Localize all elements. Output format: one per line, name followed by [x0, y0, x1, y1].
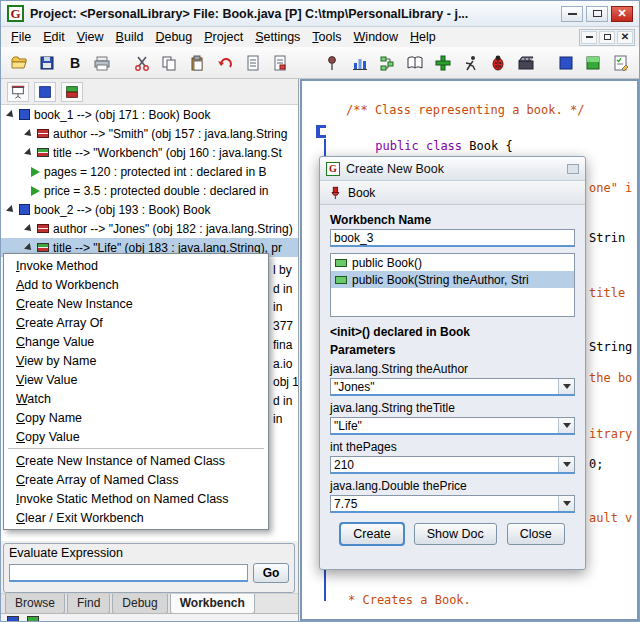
- menu-settings[interactable]: Settings: [249, 28, 306, 46]
- menu-item-invoke-method[interactable]: Invoke Method: [4, 256, 268, 275]
- menu-item-add-to-workbench[interactable]: Add to Workbench: [4, 275, 268, 294]
- expander-icon[interactable]: [6, 110, 16, 120]
- undo-icon[interactable]: [213, 51, 237, 75]
- bold-b-icon[interactable]: B: [62, 51, 86, 75]
- green-panel-icon[interactable]: [27, 616, 39, 621]
- param-thePrice-combobox[interactable]: 7.75: [330, 495, 575, 513]
- menu-edit[interactable]: Edit: [37, 28, 71, 46]
- tree-row-pages1[interactable]: pages = 120 : protected int : declared i…: [1, 162, 298, 181]
- pin-icon[interactable]: [320, 51, 344, 75]
- debug-bug-icon[interactable]: [486, 51, 510, 75]
- code-fragment: ault v: [589, 511, 632, 525]
- expander-icon[interactable]: [24, 129, 34, 139]
- dropdown-arrow-icon[interactable]: [558, 457, 574, 472]
- menu-build[interactable]: Build: [110, 28, 150, 46]
- code-fragment: the bo: [589, 371, 632, 385]
- bar-chart-icon[interactable]: [348, 51, 372, 75]
- menu-view[interactable]: View: [71, 28, 110, 46]
- constructor-item-selected[interactable]: public Book(String theAuthor, Stri: [331, 271, 574, 288]
- param-theTitle-combobox[interactable]: "Life": [330, 417, 575, 435]
- menu-help[interactable]: Help: [404, 28, 442, 46]
- menu-debug[interactable]: Debug: [149, 28, 198, 46]
- mdi-minimize-button[interactable]: [581, 31, 597, 44]
- open-folder-icon[interactable]: [7, 51, 31, 75]
- document-copy-icon[interactable]: [269, 51, 293, 75]
- save-icon[interactable]: [35, 51, 59, 75]
- tab-workbench[interactable]: Workbench: [170, 594, 255, 614]
- menubar: File Edit View Build Debug Project Setti…: [1, 27, 639, 47]
- constructor-item-default[interactable]: public Book(): [331, 254, 574, 271]
- close-dialog-button[interactable]: Close: [507, 523, 565, 545]
- open-book-icon[interactable]: [403, 51, 427, 75]
- minimize-icon: [568, 13, 577, 15]
- evaluate-expression-input[interactable]: [9, 564, 248, 582]
- uml-icon[interactable]: [376, 51, 400, 75]
- mdi-restore-button[interactable]: [599, 31, 615, 44]
- param-thePages-combobox[interactable]: 210: [330, 456, 575, 474]
- string-field-icon: [37, 129, 49, 138]
- mdi-close-button[interactable]: ✕: [617, 31, 633, 44]
- tree-row-book1[interactable]: book_1 --> (obj 171 : Book) Book: [1, 105, 298, 124]
- menu-tools[interactable]: Tools: [306, 28, 347, 46]
- close-button[interactable]: ✕: [611, 6, 633, 22]
- go-button[interactable]: Go: [253, 563, 289, 583]
- menu-item-create-new-instance[interactable]: Create New Instance: [4, 294, 268, 313]
- show-doc-button[interactable]: Show Doc: [414, 523, 497, 545]
- menu-file[interactable]: File: [5, 28, 37, 46]
- expander-icon[interactable]: [24, 224, 34, 234]
- menu-item-clear-exit-workbench[interactable]: Clear / Exit Workbench: [4, 508, 268, 527]
- pushpin-icon[interactable]: [328, 185, 342, 200]
- string-field-icon: [37, 148, 49, 157]
- workbench-view-icon[interactable]: [61, 82, 83, 102]
- presentation-icon[interactable]: [7, 82, 29, 102]
- menu-item-invoke-static-method[interactable]: Invoke Static Method on Named Class: [4, 489, 268, 508]
- expander-icon[interactable]: [24, 243, 34, 253]
- green-panel-icon[interactable]: [582, 51, 606, 75]
- object-view-icon[interactable]: [34, 82, 56, 102]
- tab-browse[interactable]: Browse: [5, 594, 65, 614]
- maximize-button[interactable]: [586, 6, 608, 22]
- menu-project[interactable]: Project: [198, 28, 249, 46]
- dropdown-arrow-icon[interactable]: [558, 496, 574, 511]
- menu-item-create-array-of[interactable]: Create Array Of: [4, 313, 268, 332]
- movie-icon[interactable]: [514, 51, 538, 75]
- menu-item-copy-name[interactable]: Copy Name: [4, 408, 268, 427]
- dialog-detach-icon[interactable]: [567, 164, 579, 174]
- tree-row-book2[interactable]: book_2 --> (obj 193 : Book) Book: [1, 200, 298, 219]
- menu-window[interactable]: Window: [348, 28, 404, 46]
- dialog-titlebar[interactable]: G Create New Book: [320, 157, 585, 181]
- dropdown-arrow-icon[interactable]: [558, 418, 574, 433]
- blue-panel-icon[interactable]: [554, 51, 578, 75]
- tree-row-author2[interactable]: author --> "Jones" (obj 182 : java.lang.…: [1, 219, 298, 238]
- menu-item-change-value[interactable]: Change Value: [4, 332, 268, 351]
- blue-panel-icon[interactable]: [7, 616, 19, 621]
- param-theAuthor-combobox[interactable]: "Jones": [330, 378, 575, 396]
- cut-icon[interactable]: [130, 51, 154, 75]
- run-icon[interactable]: [459, 51, 483, 75]
- paste-icon[interactable]: [185, 51, 209, 75]
- tasklist-icon[interactable]: [609, 51, 633, 75]
- tree-row-price1[interactable]: price = 3.5 : protected double : declare…: [1, 181, 298, 200]
- menu-item-view-value[interactable]: View Value: [4, 370, 268, 389]
- create-button[interactable]: Create: [340, 523, 404, 545]
- dropdown-arrow-icon[interactable]: [558, 379, 574, 394]
- copy-icon[interactable]: [158, 51, 182, 75]
- menu-item-create-new-instance-of-named-class[interactable]: Create New Instance of Named Class: [4, 451, 268, 470]
- menu-item-watch[interactable]: Watch: [4, 389, 268, 408]
- menu-item-view-by-name[interactable]: View by Name: [4, 351, 268, 370]
- minimize-button[interactable]: [561, 6, 583, 22]
- tree-row-author1[interactable]: author --> "Smith" (obj 157 : java.lang.…: [1, 124, 298, 143]
- print-icon[interactable]: [90, 51, 114, 75]
- workbench-name-input[interactable]: [330, 229, 575, 247]
- menu-item-copy-value[interactable]: Copy Value: [4, 427, 268, 446]
- expander-icon[interactable]: [6, 205, 16, 215]
- document-icon[interactable]: [241, 51, 265, 75]
- tree-row-title1[interactable]: title --> "Workbench" (obj 160 : java.la…: [1, 143, 298, 162]
- dialog-body: Workbench Name public Book() public Book…: [320, 205, 585, 553]
- menu-item-create-array-of-named-class[interactable]: Create Array of Named Class: [4, 470, 268, 489]
- tab-debug[interactable]: Debug: [112, 594, 167, 614]
- expander-icon[interactable]: [24, 148, 34, 158]
- tab-find[interactable]: Find: [67, 594, 110, 614]
- add-icon[interactable]: [431, 51, 455, 75]
- param-thePages-label: int thePages: [330, 440, 575, 454]
